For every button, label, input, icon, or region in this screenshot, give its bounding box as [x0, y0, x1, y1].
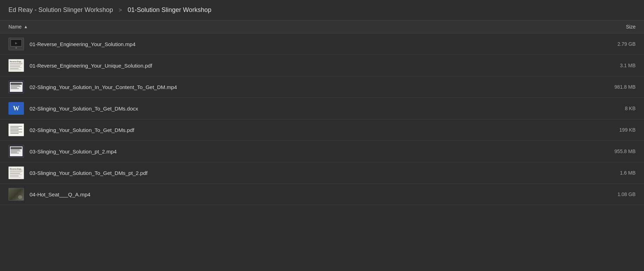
table-row[interactable]: W02-Slinging_Your_Solution_To_Get_DMs.do… — [0, 98, 644, 119]
file-size: 955.8 MB — [593, 149, 636, 154]
file-icon — [8, 124, 24, 136]
table-row[interactable]: 02-Slinging_Your_Solution_To_Get_DMs.pdf… — [0, 119, 644, 141]
file-list: 01-Reverse_Engineering_Your_Solution.mp4… — [0, 33, 644, 205]
file-name: 03-Slinging_Your_Solution_pt_2.mp4 — [30, 149, 593, 155]
column-size-header[interactable]: Size — [593, 24, 636, 30]
file-name: 02-Slinging_Your_Solution_In_Your_Conten… — [30, 84, 593, 90]
file-size: 8 KB — [593, 106, 636, 111]
file-icon: W — [8, 102, 24, 115]
file-size: 3.1 MB — [593, 63, 636, 68]
column-name-header[interactable]: Name ▲ — [8, 24, 593, 30]
file-icon — [8, 81, 24, 93]
file-size: 199 KB — [593, 127, 636, 133]
sort-icon: ▲ — [24, 24, 28, 29]
file-name: 04-Hot_Seat___Q_A.mp4 — [30, 191, 593, 197]
file-icon — [8, 38, 24, 50]
file-name: 02-Slinging_Your_Solution_To_Get_DMs.doc… — [30, 106, 593, 112]
table-header: Name ▲ Size — [0, 20, 644, 33]
breadcrumb-separator: > — [119, 7, 122, 13]
size-column-label: Size — [626, 24, 636, 30]
file-name: 01-Reverse_Engineering_Your_Unique_Solut… — [30, 63, 593, 69]
table-row[interactable]: Reverse Engi... 03-Slinging_Your_Solutio… — [0, 162, 644, 184]
table-row[interactable]: 04-Hot_Seat___Q_A.mp41.08 GB — [0, 184, 644, 205]
table-row[interactable]: Reverse Engi... 01-Reverse_Engineering_Y… — [0, 55, 644, 76]
name-column-label: Name — [8, 24, 21, 30]
file-size: 1.6 MB — [593, 170, 636, 176]
file-icon: Reverse Engi... — [8, 59, 24, 72]
file-icon — [8, 145, 24, 158]
file-size: 2.79 GB — [593, 41, 636, 47]
breadcrumb-current: 01-Solution Slinger Workshop — [128, 6, 211, 14]
breadcrumb-header: Ed Reay - Solution Slinger Workshop > 01… — [0, 0, 644, 20]
table-row[interactable]: 03-Slinging_Your_Solution_pt_2.mp4955.8 … — [0, 141, 644, 162]
file-icon: Reverse Engi... — [8, 166, 24, 179]
file-icon — [8, 188, 24, 201]
table-row[interactable]: 02-Slinging_Your_Solution_In_Your_Conten… — [0, 76, 644, 98]
file-name: 02-Slinging_Your_Solution_To_Get_DMs.pdf — [30, 127, 593, 133]
file-name: 03-Slinging_Your_Solution_To_Get_DMs_pt_… — [30, 170, 593, 176]
breadcrumb-parent[interactable]: Ed Reay - Solution Slinger Workshop — [8, 6, 113, 14]
file-size: 981.8 MB — [593, 84, 636, 90]
table-row[interactable]: 01-Reverse_Engineering_Your_Solution.mp4… — [0, 33, 644, 55]
file-name: 01-Reverse_Engineering_Your_Solution.mp4 — [30, 41, 593, 47]
file-size: 1.08 GB — [593, 191, 636, 197]
